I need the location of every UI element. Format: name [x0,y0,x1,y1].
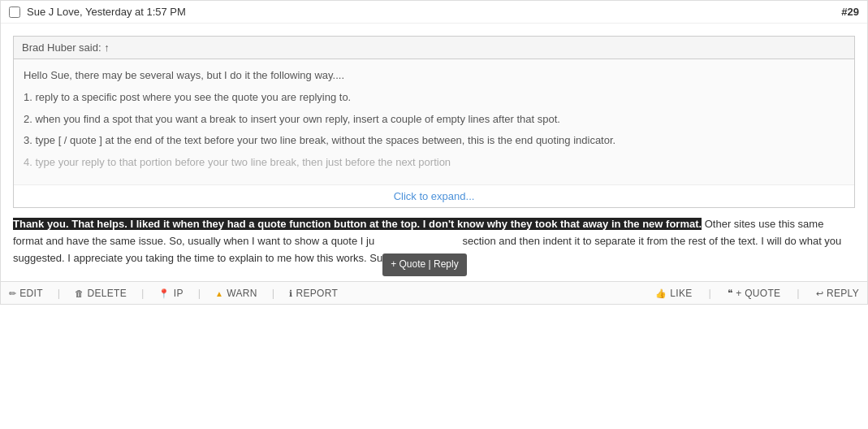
edit-icon [9,288,16,299]
report-action[interactable]: REPORT [289,288,338,299]
quote-icon [728,288,732,299]
edit-action[interactable]: EDIT [9,288,43,299]
post-body: Brad Huber said: ↑ Hello Sue, there may … [1,24,867,275]
ip-action[interactable]: IP [158,288,183,299]
reply-icon [816,288,823,299]
warn-label: WARN [227,288,257,299]
expand-link[interactable]: Click to expand... [14,184,854,207]
sep-3: | [198,287,201,299]
edit-label: EDIT [19,288,43,299]
post-text: Thank you. That helps. I liked it when t… [13,216,855,266]
tooltip-anchor [374,235,462,247]
report-icon [289,288,292,299]
post-container: Sue J Love, Yesterday at 1:57 PM #29 Bra… [0,0,868,305]
quote-label: + QUOTE [736,288,780,299]
delete-label: DELETE [88,288,127,299]
tooltip-container: + Quote | Reply [374,233,462,250]
sep-5: | [709,287,711,299]
delete-action[interactable]: DELETE [75,288,127,299]
post-number: #29 [841,6,859,18]
sep-6: | [797,287,799,299]
warn-icon [215,288,223,299]
report-label: REPORT [296,288,338,299]
post-author: Sue J Love, Yesterday at 1:57 PM [27,6,186,18]
quote-header: Brad Huber said: ↑ [14,37,854,59]
quote-line-4: 3. type [ / quote ] at the end of the te… [24,132,844,150]
quote-attribution: Brad Huber said: ↑ [22,41,110,54]
sep-1: | [58,287,60,299]
quote-reply-tooltip-btn[interactable]: + Quote | Reply [382,254,467,275]
reply-action[interactable]: REPLY [816,288,859,299]
quote-line-1: Hello Sue, there may be several ways, bu… [24,67,844,84]
footer-right-actions: LIKE | + QUOTE | REPLY [655,287,859,299]
post-timestamp: Yesterday at 1:57 PM [85,6,186,18]
quote-line-3: 2. when you find a spot that you want a … [24,111,844,128]
post-footer: EDIT | DELETE | IP | WARN | REPORT [1,281,867,304]
post-header-left: Sue J Love, Yesterday at 1:57 PM [9,6,186,18]
sep-4: | [272,287,274,299]
like-action[interactable]: LIKE [655,288,693,299]
quote-line-5: 4. type your reply to that portion befor… [24,154,844,171]
like-label: LIKE [670,288,692,299]
quote-block: Brad Huber said: ↑ Hello Sue, there may … [13,36,855,208]
post-header: Sue J Love, Yesterday at 1:57 PM #29 [1,1,867,24]
delete-icon [75,288,84,299]
warn-action[interactable]: WARN [215,288,257,299]
quote-action[interactable]: + QUOTE [728,288,780,299]
quote-line-2: 1. reply to a specific post where you se… [24,89,844,106]
author-name: Sue J Love [27,6,80,18]
ip-label: IP [174,288,184,299]
sep-2: | [141,287,144,299]
quote-content: Hello Sue, there may be several ways, bu… [14,59,854,184]
like-icon [655,288,667,299]
footer-left-actions: EDIT | DELETE | IP | WARN | REPORT [9,287,338,299]
reply-label: REPLY [827,288,859,299]
ip-icon [158,288,170,299]
post-select-checkbox[interactable] [9,6,20,18]
highlighted-text: Thank you. That helps. I liked it when t… [13,218,702,230]
